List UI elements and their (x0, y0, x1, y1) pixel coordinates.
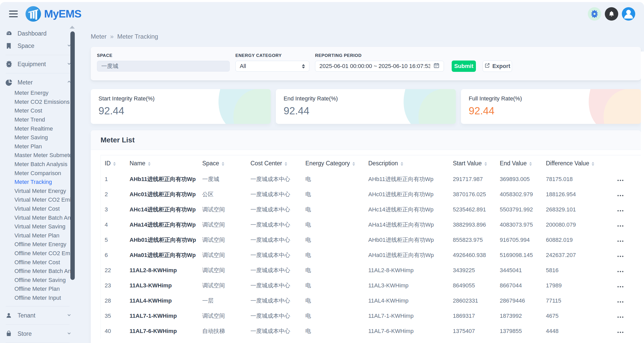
sort-icon[interactable] (285, 162, 287, 166)
cell-id: 5 (101, 233, 126, 248)
cell-end-value: 5169098.145 (496, 248, 542, 263)
cell-end-value: 1379855 (496, 324, 542, 339)
sidebar-meter-subitem[interactable]: Master Meter Submeters Ba (6, 151, 76, 160)
row-menu-button[interactable] (616, 193, 624, 198)
row-menu-button[interactable] (616, 209, 624, 213)
cell-space: 自动扶梯 (199, 324, 247, 339)
sidebar-item-space[interactable]: Space (6, 40, 76, 52)
sort-icon[interactable] (401, 162, 403, 166)
sidebar-meter-subitem[interactable]: Virtual Meter Cost (6, 204, 76, 213)
col-header-actions (613, 155, 641, 172)
cell-energy-category: 电 (302, 293, 365, 308)
space-filter-group: SPACE (97, 53, 230, 72)
sort-icon[interactable] (484, 162, 487, 166)
col-header-energy-category[interactable]: Energy Category (302, 155, 365, 172)
sidebar-meter-subitem[interactable]: Meter Comparison (6, 169, 76, 178)
sidebar-subitem-label: Meter Cost (14, 107, 42, 114)
sidebar-meter-subitem[interactable]: Offline Meter Energy (6, 240, 76, 249)
sort-icon[interactable] (592, 162, 594, 166)
row-menu-button[interactable] (616, 285, 624, 289)
sidebar-meter-subitem[interactable]: Meter CO2 Emissions (6, 98, 76, 107)
sidebar-item-tenant[interactable]: Tenant (6, 309, 76, 322)
sidebar-item-store[interactable]: Store (6, 328, 76, 340)
cell-start-value: 3882993.896 (449, 217, 496, 233)
sidebar-meter-subitem[interactable]: Virtual Meter CO2 Emissions (6, 195, 76, 204)
col-header-description[interactable]: Description (365, 155, 449, 172)
cell-difference-value: 4448 (542, 324, 613, 339)
sort-icon[interactable] (222, 162, 224, 166)
sidebar-meter-subitem[interactable]: Virtual Meter Saving (6, 222, 76, 231)
col-header-id[interactable]: ID (101, 155, 126, 172)
cell-name: AHb01进线柜正向有功Wp (126, 233, 199, 248)
sidebar-meter-subitem[interactable]: Offline Meter Cost (6, 258, 76, 267)
row-menu-button[interactable] (616, 239, 624, 243)
row-menu-button[interactable] (616, 269, 624, 274)
sidebar-meter-subitem[interactable]: Offline Meter Saving (6, 276, 76, 285)
meter-table: ID Name Space Cost Center Energy Categor… (101, 155, 641, 339)
cell-cost-center: 一度城成本中心 (247, 217, 302, 233)
user-account-button[interactable] (622, 7, 635, 21)
sidebar-meter-subitem[interactable]: Meter Tracking (6, 178, 76, 187)
sidebar-meter-subitem[interactable]: Virtual Meter Energy (6, 187, 76, 196)
row-menu-button[interactable] (616, 300, 624, 304)
sidebar-subitem-label: Meter Plan (14, 143, 42, 150)
start-integrity-card: Start Integrity Rate(%) 92.44 (91, 89, 271, 124)
sidebar-meter-subitem[interactable]: Meter Saving (6, 133, 76, 142)
sidebar-item-meter[interactable]: Meter (6, 76, 76, 89)
space-input[interactable] (101, 63, 225, 70)
cell-energy-category: 电 (302, 233, 365, 248)
sidebar-scroll-up-arrow-icon[interactable] (70, 26, 75, 29)
sidebar-meter-subitem[interactable]: Virtual Meter Batch Analysis (6, 213, 76, 222)
table-row: 3 AHc14进线柜正向有功Wp 调试空间 一度城成本中心 电 AHc14进线柜… (101, 202, 641, 217)
energy-category-select[interactable]: All (235, 61, 309, 72)
sidebar-meter-subitem[interactable]: Meter Plan (6, 142, 76, 151)
sort-icon[interactable] (352, 162, 355, 166)
sidebar-scrollbar-thumb[interactable] (70, 31, 75, 280)
sidebar-meter-subitem[interactable]: Meter Cost (6, 106, 76, 115)
row-menu-button[interactable] (616, 178, 624, 183)
row-menu-button[interactable] (616, 254, 624, 259)
col-header-start-value[interactable]: Start Value (449, 155, 496, 172)
row-menu-button[interactable] (616, 330, 624, 335)
sidebar-meter-subitem[interactable]: Offline Meter Batch Analysis (6, 267, 76, 276)
sidebar-meter-subitem[interactable]: Meter Trend (6, 115, 76, 124)
breadcrumb-meter-link[interactable]: Meter (91, 33, 106, 40)
sidebar-meter-subitem[interactable]: Virtual Meter Plan (6, 231, 76, 240)
submit-button[interactable]: Submit (452, 61, 476, 72)
col-header-space[interactable]: Space (199, 155, 247, 172)
cell-cost-center: 一度城成本中心 (247, 172, 302, 187)
col-header-name[interactable]: Name (126, 155, 199, 172)
settings-button[interactable] (588, 7, 601, 21)
sort-icon[interactable] (113, 162, 116, 166)
notifications-button[interactable] (605, 7, 618, 21)
sidebar-item-equipment[interactable]: Equipment (6, 58, 76, 70)
row-menu-button[interactable] (616, 315, 624, 319)
sidebar-meter-subitem[interactable]: Meter Batch Analysis (6, 160, 76, 169)
row-menu-button[interactable] (616, 224, 624, 228)
building-icon (6, 42, 14, 49)
hamburger-menu-icon[interactable] (9, 11, 18, 17)
col-header-difference-value[interactable]: Difference Value (542, 155, 613, 172)
sort-icon[interactable] (529, 162, 532, 166)
cell-cost-center: 一度城成本中心 (247, 263, 302, 278)
export-button[interactable]: Export (483, 61, 512, 72)
cell-difference-value: 5816 (542, 263, 613, 278)
brand-logo[interactable]: MyEMS (25, 6, 81, 22)
cell-energy-category: 电 (302, 263, 365, 278)
sidebar-meter-subitem[interactable]: Meter Energy (6, 89, 76, 98)
table-row: 23 11AL3-KWHimp 调试空间 一度城成本中心 电 11AL3-KWH… (101, 278, 641, 293)
sidebar-meter-subitem[interactable]: Offline Meter CO2 Emissions (6, 249, 76, 258)
reporting-period-input[interactable] (319, 63, 430, 70)
sidebar-meter-subitem[interactable]: Offline Meter Input (6, 294, 76, 303)
table-row: 1 AHb11进线柜正向有功Wp 一度城 一度城成本中心 电 AHb11进线柜正… (101, 172, 641, 187)
col-header-end-value[interactable]: End Value (496, 155, 542, 172)
calendar-icon[interactable] (433, 62, 440, 70)
sort-icon[interactable] (148, 162, 151, 166)
col-header-cost-center[interactable]: Cost Center (247, 155, 302, 172)
sidebar-meter-subitem[interactable]: Offline Meter Plan (6, 285, 76, 294)
reporting-period-label: REPORTING PERIOD (315, 53, 444, 58)
sidebar-item-dashboard[interactable]: Dashboard (6, 27, 76, 40)
page-scrollbar-track[interactable] (641, 52, 644, 343)
user-avatar-icon (622, 7, 635, 21)
sidebar-meter-subitem[interactable]: Meter Realtime (6, 124, 76, 133)
